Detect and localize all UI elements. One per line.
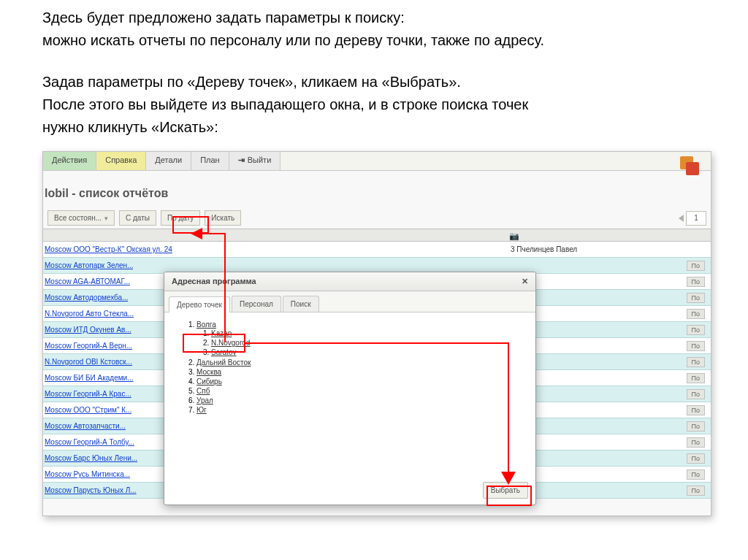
po-button[interactable]: По bbox=[687, 453, 705, 464]
po-button[interactable]: По bbox=[687, 469, 705, 480]
intro-line-1: Здесь будет предложено задать параметры … bbox=[42, 7, 711, 28]
po-button[interactable]: По bbox=[687, 421, 705, 431]
po-button[interactable]: По bbox=[687, 341, 705, 351]
intro-line-5: нужно кликнуть «Искать»: bbox=[42, 117, 711, 138]
po-button[interactable]: По bbox=[687, 373, 705, 383]
instruction-text: Здесь будет предложено задать параметры … bbox=[42, 0, 711, 151]
tab-personnel[interactable]: Персонал bbox=[232, 296, 281, 312]
app-window: Действия Справка Детали План ⇥Выйти lobi… bbox=[42, 151, 711, 516]
tree-node-nnovgorod[interactable]: N.Novgorod bbox=[211, 339, 250, 347]
intro-line-2: можно искать отчеты по персоналу или по … bbox=[42, 30, 711, 51]
po-button[interactable]: По bbox=[687, 357, 705, 367]
menu-reference[interactable]: Справка bbox=[96, 152, 146, 170]
page-number[interactable]: 1 bbox=[686, 211, 706, 226]
tree-node-far-east[interactable]: Дальний Восток bbox=[196, 358, 251, 367]
table-row[interactable]: Moscow ООО "Вестр-К" Окская ул. 24 3 Пче… bbox=[43, 242, 711, 258]
modal-tabs: Дерево точек Персонал Поиск bbox=[164, 291, 535, 312]
menu-plan[interactable]: План bbox=[191, 152, 229, 170]
tree-node-volga[interactable]: Волга bbox=[196, 321, 216, 329]
tree-node-moscow[interactable]: Москва bbox=[196, 368, 221, 376]
tree-panel: Волга Kazan N.Novgorod Saratov Дальний В… bbox=[164, 312, 535, 421]
intro-line-4: После этого вы выйдете из выпадающего ок… bbox=[42, 94, 711, 115]
camera-icon: 📷 bbox=[509, 231, 519, 241]
po-button[interactable]: По bbox=[687, 309, 705, 319]
filter-state-dropdown[interactable]: Все состоян... bbox=[47, 210, 115, 226]
tab-tree[interactable]: Дерево точек bbox=[169, 296, 230, 312]
tree-node-south[interactable]: Юг bbox=[196, 406, 207, 414]
po-button[interactable]: По bbox=[687, 389, 705, 399]
modal-header: Адресная программа ✕ bbox=[164, 272, 535, 291]
exit-icon: ⇥ bbox=[238, 156, 245, 164]
tree-node-kazan[interactable]: Kazan bbox=[211, 329, 232, 337]
top-menu: Действия Справка Детали План ⇥Выйти bbox=[43, 152, 711, 171]
page-prev-icon[interactable] bbox=[679, 215, 684, 222]
menu-actions[interactable]: Действия bbox=[43, 152, 96, 170]
search-button[interactable]: Искать bbox=[205, 210, 241, 226]
close-icon[interactable]: ✕ bbox=[522, 277, 528, 286]
po-button[interactable]: По bbox=[687, 261, 705, 271]
menu-exit[interactable]: ⇥Выйти bbox=[229, 152, 281, 170]
tree-node-siberia[interactable]: Сибирь bbox=[196, 377, 222, 386]
modal-title: Адресная программа bbox=[172, 277, 256, 286]
app-logo bbox=[677, 153, 699, 175]
menu-details[interactable]: Детали bbox=[146, 152, 191, 170]
tree-node-saratov[interactable]: Saratov bbox=[211, 348, 236, 356]
tree-node-ural[interactable]: Урал bbox=[196, 396, 213, 404]
po-button[interactable]: По bbox=[687, 486, 705, 496]
filter-to-date[interactable]: По дату bbox=[161, 210, 200, 226]
po-button[interactable]: По bbox=[687, 325, 705, 335]
tree-node-spb[interactable]: Спб bbox=[196, 387, 210, 395]
tab-search[interactable]: Поиск bbox=[283, 296, 319, 312]
address-program-modal: Адресная программа ✕ Дерево точек Персон… bbox=[164, 272, 536, 505]
po-button[interactable]: По bbox=[687, 293, 705, 303]
po-button[interactable]: По bbox=[687, 437, 705, 448]
intro-line-3: Задав параметры по «Дереву точек», клика… bbox=[42, 72, 711, 93]
page-title: lobil - список отчётов bbox=[43, 171, 711, 210]
count-cell: 3 Пчелинцев Павел bbox=[511, 245, 577, 253]
po-button[interactable]: По bbox=[687, 405, 705, 415]
table-header: 📷 bbox=[43, 229, 711, 242]
filter-from-date[interactable]: С даты bbox=[119, 210, 156, 226]
po-button[interactable]: По bbox=[687, 277, 705, 287]
select-button[interactable]: Выбрать bbox=[483, 482, 528, 499]
filter-bar: Все состоян... С даты По дату Искать 1 bbox=[43, 210, 711, 229]
